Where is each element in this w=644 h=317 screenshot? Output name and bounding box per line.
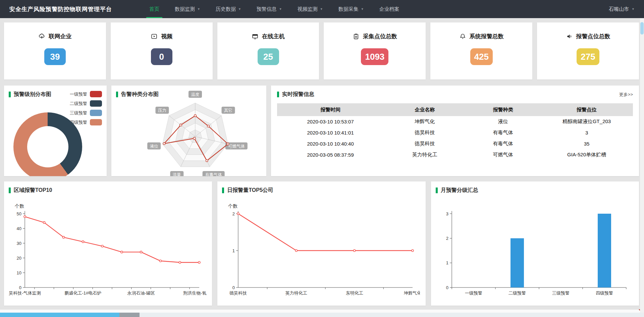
svg-text:有毒气体: 有毒气体 [205,172,222,176]
chevron-down-icon: ▼ [238,7,241,11]
scrollbar-thumb[interactable] [640,22,644,35]
panel-title: 月预警分级汇总 [436,187,634,194]
svg-text:3: 3 [446,211,448,216]
bottom-bar-gray-block [119,313,140,317]
stat-card-connected-enterprises: 联网企业 39 [4,22,106,80]
chevron-down-icon: ▼ [320,7,323,11]
vertical-scrollbar[interactable] [640,18,644,313]
svg-text:坤辉气化: 坤辉气化 [404,290,420,296]
legend-item[interactable]: 四级预警 [70,119,102,125]
svg-text:英力特化工: 英力特化工 [285,290,307,296]
monitor-icon [252,33,259,40]
bottom-bar-blue-segment [0,313,119,317]
table-row[interactable]: 2020-03-10 10:53:07坤辉气化液位精醇南罐液位GT_203 [277,116,633,127]
radar-chart: 温度其它可燃气体有毒气体流量液位压力 [111,86,266,176]
svg-text:液位: 液位 [150,144,159,149]
stat-value-badge: 1093 [361,48,388,65]
svg-text:永润石油-罐区: 永润石油-罐区 [127,290,155,296]
stat-label: 视频 [161,33,172,40]
stat-label: 在线主机 [262,33,285,40]
legend-item[interactable]: 三级预警 [70,110,102,116]
app-title: 安全生产风险预警防控物联网管理平台 [9,5,112,13]
svg-text:30: 30 [17,241,21,246]
speaker-icon [566,33,573,40]
svg-text:20: 20 [17,256,21,261]
daily-top5-chart: 个数012德昊科技英力特化工东明化工坤辉气化 [219,194,420,304]
stat-value-badge: 0 [151,48,172,65]
svg-text:0: 0 [232,285,235,290]
clipboard-icon [353,33,360,40]
stat-card-videos: 视频 0 [111,22,213,80]
table-row[interactable]: 2020-03-05 08:37:59英力特化工可燃气体GIA-520单体贮槽 [277,149,633,160]
svg-text:50: 50 [17,211,21,216]
svg-text:其它: 其它 [224,108,232,113]
stat-card-system-alarms: 系统报警总数 425 [430,22,532,80]
green-chip [436,188,438,193]
nav-item-label: 数据采集 [338,6,359,12]
donut-legend: 一级预警 二级预警 三级预警 四级预警 [70,91,102,128]
region-selector[interactable]: 石嘴山市▼ [609,6,635,12]
bell-icon [459,33,466,40]
svg-text:昊科技-气体监测: 昊科技-气体监测 [9,290,41,296]
svg-text:二级预警: 二级预警 [508,290,526,296]
nav-item-home[interactable]: 首页 [142,0,167,18]
col-alarm-point: 报警点位 [540,103,633,116]
svg-text:2: 2 [232,211,235,216]
nav-item-data-collection[interactable]: 数据采集▼ [331,0,372,18]
panel-title: 日报警量TOP5公司 [222,187,421,194]
chevron-down-icon: ▼ [279,7,282,11]
svg-text:0: 0 [446,285,448,290]
table-header-row: 报警时间 企业名称 报警种类 报警点位 [277,103,633,116]
stat-card-row: 联网企业 39 视频 0 在线主机 25 [4,22,639,80]
svg-text:个数: 个数 [14,203,24,209]
table-row[interactable]: 2020-03-10 10:41:01德昊科技有毒气体3 [277,127,633,138]
table-row[interactable]: 2020-03-10 10:40:40德昊科技有毒气体35 [277,138,633,149]
chevron-down-icon: ▼ [632,7,635,11]
chevron-down-icon: ▼ [361,7,364,11]
chevron-down-icon: ▼ [197,7,200,11]
stat-value-badge: 425 [470,48,493,65]
alarm-type-panel: 温度其它可燃气体有毒气体流量液位压力 告警种类分布图 [111,86,266,176]
bottom-bar [0,313,644,317]
stat-value-badge: 275 [577,48,599,65]
nav-item-label: 视频监测 [298,6,318,12]
svg-text:1: 1 [446,260,448,265]
stat-card-collection-points: 采集点位总数 1093 [324,22,426,80]
svg-text:10: 10 [17,270,21,275]
stat-label: 报警点位总数 [576,33,610,40]
daily-top5-panel: 日报警量TOP5公司 个数012德昊科技英力特化工东明化工坤辉气化 [217,181,425,306]
nav-item-video-monitoring[interactable]: 视频监测▼ [290,0,331,18]
legend-swatch [90,100,102,107]
nav-item-label: 数据监测 [175,6,195,12]
nav-item-data-monitoring[interactable]: 数据监测▼ [167,0,208,18]
stat-label: 系统报警总数 [470,33,504,40]
stat-label: 采集点位总数 [363,33,397,40]
stat-value-badge: 39 [44,48,66,65]
nav-item-enterprise-archive[interactable]: 企业档案 [372,0,407,18]
svg-text:荆洪生物-氧化反: 荆洪生物-氧化反 [183,290,207,296]
svg-text:鹏盛化工-1#电石炉: 鹏盛化工-1#电石炉 [64,290,101,296]
nav-item-warning-info[interactable]: 预警信息▼ [249,0,290,18]
legend-swatch [90,110,102,116]
nav-menu: 首页 数据监测▼ 历史数据▼ 预警信息▼ 视频监测▼ 数据采集▼ 企业档案 [142,0,407,18]
stat-card-alarm-points: 报警点位总数 275 [537,22,639,80]
nav-item-history-data[interactable]: 历史数据▼ [208,0,249,18]
svg-text:一级预警: 一级预警 [465,290,482,296]
warning-level-panel: 预警级别分布图 一级预警 二级预警 三级预警 四级预警 [4,86,107,176]
legend-swatch [90,119,102,125]
nav-item-label: 预警信息 [257,6,277,12]
svg-text:德昊科技: 德昊科技 [229,290,247,296]
donut-chart [13,112,82,176]
svg-text:1: 1 [232,248,235,253]
nav-item-label: 历史数据 [216,6,236,12]
svg-text:三级预警: 三级预警 [552,290,570,296]
legend-item[interactable]: 二级预警 [70,100,102,107]
legend-item[interactable]: 一级预警 [70,91,102,97]
top-nav: 安全生产风险预警防控物联网管理平台 首页 数据监测▼ 历史数据▼ 预警信息▼ 视… [0,0,644,18]
monthly-summary-chart: 0123一级预警二级预警三级预警四级预警 [432,194,634,304]
col-alarm-time: 报警时间 [277,103,384,116]
more-link[interactable]: 更多>> [619,92,633,98]
green-chip [9,92,11,97]
panel-title: 实时报警信息 [277,91,633,98]
svg-text:四级预警: 四级预警 [596,290,613,296]
